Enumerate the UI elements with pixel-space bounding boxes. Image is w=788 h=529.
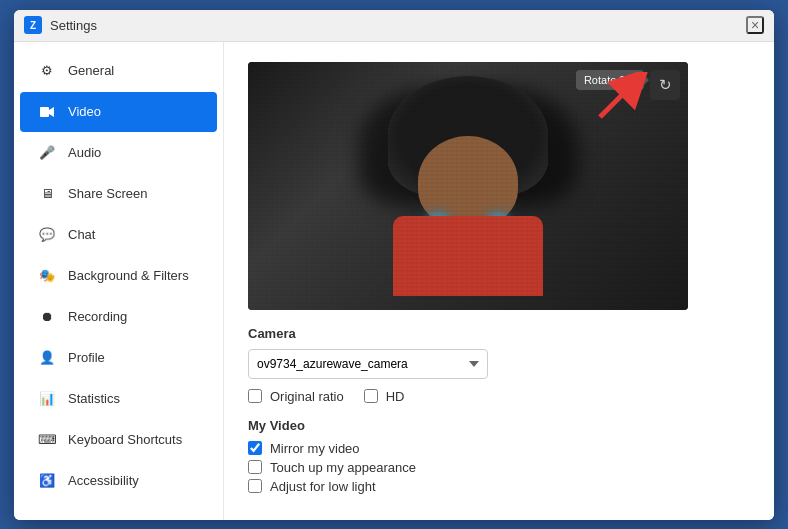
general-icon: ⚙ — [36, 60, 58, 82]
sidebar-item-audio[interactable]: 🎤 Audio — [20, 133, 217, 173]
touch-up-checkbox[interactable] — [248, 460, 262, 474]
camera-preview: Rotate 90° ↻ — [248, 62, 688, 310]
share-screen-icon: 🖥 — [36, 183, 58, 205]
sidebar-label-statistics: Statistics — [68, 391, 120, 406]
my-video-section: My Video Mirror my video Touch up my app… — [248, 418, 750, 494]
mirror-video-checkbox[interactable] — [248, 441, 262, 455]
sidebar-label-share-screen: Share Screen — [68, 186, 148, 201]
chat-icon: 💬 — [36, 224, 58, 246]
close-button[interactable]: × — [746, 16, 764, 34]
sidebar-label-background-filters: Background & Filters — [68, 268, 189, 283]
sidebar-item-chat[interactable]: 💬 Chat — [20, 215, 217, 255]
sidebar-label-general: General — [68, 63, 114, 78]
title-bar-left: Z Settings — [24, 16, 97, 34]
sidebar-item-statistics[interactable]: 📊 Statistics — [20, 379, 217, 419]
sidebar-item-accessibility[interactable]: ♿ Accessibility — [20, 461, 217, 501]
sidebar-item-general[interactable]: ⚙ General — [20, 51, 217, 91]
window-title: Settings — [50, 18, 97, 33]
profile-icon: 👤 — [36, 347, 58, 369]
sidebar-item-background-filters[interactable]: 🎭 Background & Filters — [20, 256, 217, 296]
recording-icon: ⏺ — [36, 306, 58, 328]
camera-section-label: Camera — [248, 326, 750, 341]
sidebar-label-chat: Chat — [68, 227, 95, 242]
sidebar-label-keyboard-shortcuts: Keyboard Shortcuts — [68, 432, 182, 447]
sidebar-label-profile: Profile — [68, 350, 105, 365]
accessibility-icon: ♿ — [36, 470, 58, 492]
camera-dropdown-row: ov9734_azurewave_camera Default Camera I… — [248, 349, 750, 379]
touch-up-row: Touch up my appearance — [248, 460, 750, 475]
sidebar-label-recording: Recording — [68, 309, 127, 324]
rotate-button[interactable]: ↻ — [650, 70, 680, 100]
background-filters-icon: 🎭 — [36, 265, 58, 287]
content-area: ⚙ General Video 🎤 Audio 🖥 Share Screen — [14, 42, 774, 520]
title-bar: Z Settings × — [14, 10, 774, 42]
audio-icon: 🎤 — [36, 142, 58, 164]
sidebar-item-video[interactable]: Video — [20, 92, 217, 132]
my-video-label: My Video — [248, 418, 750, 433]
keyboard-shortcuts-icon: ⌨ — [36, 429, 58, 451]
rotate-icon: ↻ — [659, 76, 672, 94]
sidebar-label-audio: Audio — [68, 145, 101, 160]
sidebar-item-recording[interactable]: ⏺ Recording — [20, 297, 217, 337]
sidebar-item-profile[interactable]: 👤 Profile — [20, 338, 217, 378]
touch-up-label[interactable]: Touch up my appearance — [270, 460, 416, 475]
low-light-row: Adjust for low light — [248, 479, 750, 494]
original-ratio-row: Original ratio HD — [248, 389, 750, 404]
video-icon — [36, 101, 58, 123]
zoom-logo-icon: Z — [24, 16, 42, 34]
sidebar-item-share-screen[interactable]: 🖥 Share Screen — [20, 174, 217, 214]
sidebar-item-keyboard-shortcuts[interactable]: ⌨ Keyboard Shortcuts — [20, 420, 217, 460]
sidebar-label-accessibility: Accessibility — [68, 473, 139, 488]
svg-line-3 — [600, 82, 635, 117]
settings-window: Z Settings × ⚙ General Video — [14, 10, 774, 520]
sidebar: ⚙ General Video 🎤 Audio 🖥 Share Screen — [14, 42, 224, 520]
original-ratio-label[interactable]: Original ratio — [270, 389, 344, 404]
sidebar-label-video: Video — [68, 104, 101, 119]
camera-select[interactable]: ov9734_azurewave_camera Default Camera I… — [248, 349, 488, 379]
low-light-label[interactable]: Adjust for low light — [270, 479, 376, 494]
red-arrow — [590, 72, 650, 122]
hd-checkbox[interactable] — [364, 389, 378, 403]
svg-marker-1 — [49, 107, 54, 117]
low-light-checkbox[interactable] — [248, 479, 262, 493]
mirror-video-label[interactable]: Mirror my video — [270, 441, 360, 456]
mirror-video-row: Mirror my video — [248, 441, 750, 456]
main-content: Rotate 90° ↻ Camera o — [224, 42, 774, 520]
hd-label[interactable]: HD — [386, 389, 405, 404]
statistics-icon: 📊 — [36, 388, 58, 410]
original-ratio-checkbox[interactable] — [248, 389, 262, 403]
svg-rect-0 — [40, 107, 49, 117]
